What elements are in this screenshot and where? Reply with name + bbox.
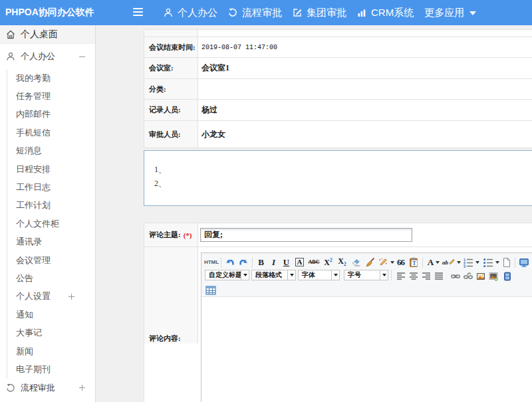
- nav-more-apps[interactable]: 更多应用: [424, 7, 476, 19]
- insert-image-button[interactable]: [474, 270, 487, 283]
- sidebar-item-contacts[interactable]: 通讯录: [7, 233, 95, 251]
- sidebar-item-short-message[interactable]: 短消息: [7, 142, 95, 160]
- sidebar-item-tasks[interactable]: 任务管理: [7, 87, 95, 105]
- sidebar-item-internal-mail[interactable]: 内部邮件: [7, 106, 95, 124]
- undo-button[interactable]: [223, 256, 237, 269]
- sidebar-item-label: 内部邮件: [16, 108, 51, 120]
- select-arrow-button[interactable]: [241, 270, 249, 280]
- nav-workflow-approval[interactable]: 流程审批: [228, 7, 282, 19]
- sidebar-item-label: 通知: [16, 309, 33, 321]
- insert-table-button[interactable]: [204, 284, 217, 297]
- subscript-button[interactable]: X2: [335, 256, 349, 269]
- editor-toolbar: HTML B I U A: [201, 253, 532, 296]
- select-arrow-button[interactable]: [287, 270, 295, 280]
- nav-personal-office[interactable]: 个人办公: [164, 7, 217, 19]
- font-family-select[interactable]: 字体: [298, 270, 340, 280]
- strikethrough-button[interactable]: ABC: [307, 256, 321, 269]
- sidebar-item-news[interactable]: 新闻: [7, 342, 95, 360]
- heading-select[interactable]: 自定义标题: [205, 270, 249, 280]
- unlink-icon: [464, 272, 473, 281]
- sidebar-item-events[interactable]: 大事记: [7, 324, 95, 342]
- expand-plus-icon[interactable]: [68, 294, 74, 300]
- field-value: [198, 79, 532, 99]
- table-row-comment-content: 评论内容: HTML: [144, 247, 532, 402]
- paste-text-button[interactable]: T: [407, 256, 420, 269]
- blockquote-button[interactable]: 66: [394, 256, 407, 269]
- topbar: PHPOA协同办公软件 个人办公 流程审批 集团审批 CRM系统 更多应用: [0, 0, 532, 25]
- field-value: 小龙女: [198, 121, 532, 148]
- redo-button[interactable]: [237, 256, 250, 269]
- font-style-button[interactable]: A: [293, 256, 307, 269]
- sidebar-item-e-journal[interactable]: 电子期刊: [7, 360, 95, 378]
- sidebar-item-work-plan[interactable]: 工作计划: [7, 197, 95, 215]
- fullscreen-button[interactable]: [517, 256, 531, 269]
- sidebar-item-attendance[interactable]: 我的考勤: [7, 69, 95, 87]
- sidebar-item-sms[interactable]: 手机短信: [7, 124, 95, 142]
- paste-icon: T: [408, 257, 419, 268]
- source-code-button[interactable]: HTML: [204, 256, 219, 269]
- comment-subject-input[interactable]: [200, 228, 412, 242]
- insert-media-button[interactable]: [501, 270, 513, 283]
- menu-toggle-icon[interactable]: [133, 8, 143, 17]
- select-arrow-button[interactable]: [380, 270, 388, 280]
- app-title: PHPOA协同办公软件: [5, 7, 94, 19]
- justify-button[interactable]: [432, 270, 445, 283]
- italic-button[interactable]: I: [267, 256, 280, 269]
- font-color-button[interactable]: A: [425, 256, 442, 269]
- sidebar-item-meetings[interactable]: 会议管理: [7, 251, 95, 269]
- image-add-icon: [489, 272, 498, 281]
- editor-content-area[interactable]: [201, 296, 532, 402]
- sidebar-item-work-diary[interactable]: 工作日志: [7, 178, 95, 196]
- sidebar-group-personal-office[interactable]: 个人办公: [0, 44, 95, 69]
- sidebar-item-label: 工作计划: [16, 199, 51, 211]
- redo-icon: [238, 257, 249, 268]
- ordered-list-icon: 123: [463, 257, 473, 268]
- sidebar-group-workflow-approval[interactable]: 流程审批: [0, 379, 95, 397]
- highlight-color-button[interactable]: ab: [442, 256, 461, 269]
- new-document-button[interactable]: [501, 256, 513, 269]
- sidebar-item-label: 大事记: [16, 327, 42, 339]
- sidebar-item-personal-settings[interactable]: 个人设置: [7, 288, 95, 306]
- meeting-minutes-box[interactable]: 1、 2、: [144, 150, 532, 206]
- sidebar-item-notifications[interactable]: 通知: [7, 306, 95, 324]
- ordered-list-button[interactable]: 123: [461, 256, 481, 269]
- highlight-ab-icon: ab: [442, 259, 448, 266]
- table-row-comment-subject: 评论主题: (*): [144, 223, 532, 247]
- field-label: 评论主题: (*): [144, 223, 198, 247]
- sidebar-item-label: 个人桌面: [21, 29, 58, 41]
- boxed-a-icon: A: [295, 258, 305, 266]
- magic-pen-icon: [378, 257, 388, 268]
- underline-button[interactable]: U: [280, 256, 293, 269]
- unlink-button[interactable]: [462, 270, 474, 283]
- rich-text-editor: HTML B I U A: [201, 252, 532, 402]
- align-right-button[interactable]: [420, 270, 432, 283]
- toolbar-separator: [252, 257, 253, 268]
- link-button[interactable]: [449, 270, 462, 283]
- font-size-select[interactable]: 字号: [344, 270, 388, 280]
- upload-image-button[interactable]: [487, 270, 499, 283]
- field-label: 记录人员:: [144, 100, 198, 120]
- nav-crm-system[interactable]: CRM系统: [357, 7, 414, 19]
- sidebar-item-label: 日程安排: [16, 163, 51, 175]
- nav-group-approval[interactable]: 集团审批: [293, 7, 346, 19]
- expand-plus-icon[interactable]: [79, 385, 85, 391]
- sidebar-item-file-cabinet[interactable]: 个人文件柜: [7, 215, 95, 233]
- bold-button[interactable]: B: [255, 256, 267, 269]
- sidebar-item-schedule[interactable]: 日程安排: [7, 160, 95, 178]
- format-brush-button[interactable]: [363, 256, 377, 269]
- collapse-minus-icon[interactable]: [79, 54, 85, 60]
- field-label: 会议室:: [144, 58, 198, 78]
- sidebar-item-desktop[interactable]: 个人桌面: [0, 25, 95, 44]
- spellcheck-button[interactable]: [377, 256, 394, 269]
- remove-format-button[interactable]: [349, 256, 363, 269]
- unordered-list-button[interactable]: [481, 256, 501, 269]
- main-nav: 个人办公 流程审批 集团审批 CRM系统 更多应用: [164, 0, 487, 25]
- blank-page-icon: [501, 257, 512, 268]
- sidebar-item-announcements[interactable]: 公告: [7, 269, 95, 287]
- superscript-button[interactable]: X2: [321, 256, 335, 269]
- align-left-button[interactable]: [394, 270, 407, 283]
- monitor-icon: [519, 257, 529, 268]
- paragraph-format-select[interactable]: 段落格式: [251, 270, 296, 280]
- select-arrow-button[interactable]: [331, 270, 339, 280]
- align-center-button[interactable]: [407, 270, 420, 283]
